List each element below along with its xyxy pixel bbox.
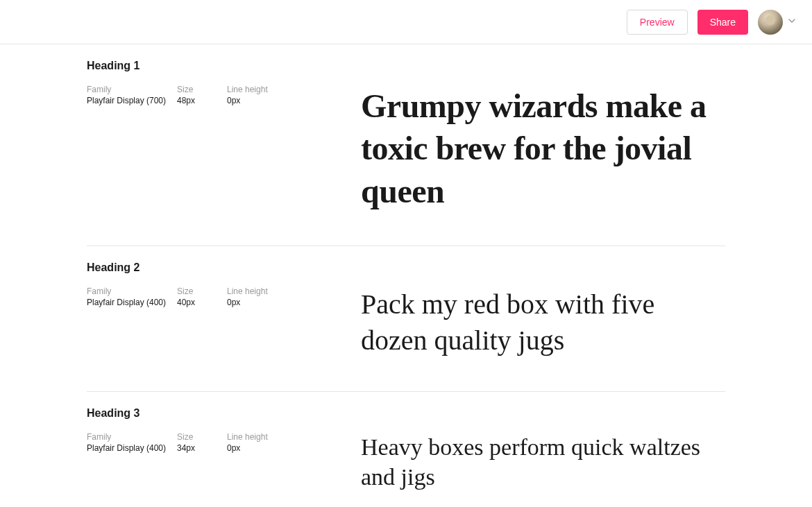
meta-value-size: 34px [177,443,227,453]
sample-text[interactable]: Pack my red box with five dozen quality … [361,286,725,357]
typography-list: Heading 1 Family Playfair Display (700) … [0,44,812,507]
avatar [758,10,783,35]
meta-value-family: Playfair Display (700) [87,96,177,105]
sample-text[interactable]: Heavy boxes perform quick waltzes and ji… [361,432,725,492]
section-title: Heading 1 [87,60,725,72]
meta-label-size: Size [177,85,227,94]
share-button[interactable]: Share [697,10,748,35]
meta-value-family: Playfair Display (400) [87,298,177,307]
user-menu[interactable] [758,10,795,35]
meta-value-lineheight: 0px [227,443,289,453]
meta-value-lineheight: 0px [227,298,289,307]
meta-value-size: 48px [177,96,227,105]
chevron-down-icon [788,19,795,26]
type-section: Heading 2 Family Playfair Display (400) … [87,261,725,391]
meta-label-lineheight: Line height [227,286,289,296]
meta-label-size: Size [177,432,227,442]
meta-value-family: Playfair Display (400) [87,443,177,453]
section-title: Heading 3 [87,407,725,420]
sample-text[interactable]: Grumpy wizards make a toxic brew for the… [361,85,725,212]
meta-value-lineheight: 0px [227,96,289,105]
meta-label-family: Family [87,85,177,94]
meta-label-family: Family [87,432,177,442]
meta-label-size: Size [177,286,227,296]
section-title: Heading 2 [87,261,725,274]
meta-label-family: Family [87,286,177,296]
type-section: Heading 3 Family Playfair Display (400) … [87,407,725,507]
meta-value-size: 40px [177,298,227,307]
preview-button[interactable]: Preview [627,10,688,35]
meta-label-lineheight: Line height [227,432,289,442]
meta-label-lineheight: Line height [227,85,289,94]
app-header: Preview Share [0,0,812,44]
type-section: Heading 1 Family Playfair Display (700) … [87,60,725,246]
